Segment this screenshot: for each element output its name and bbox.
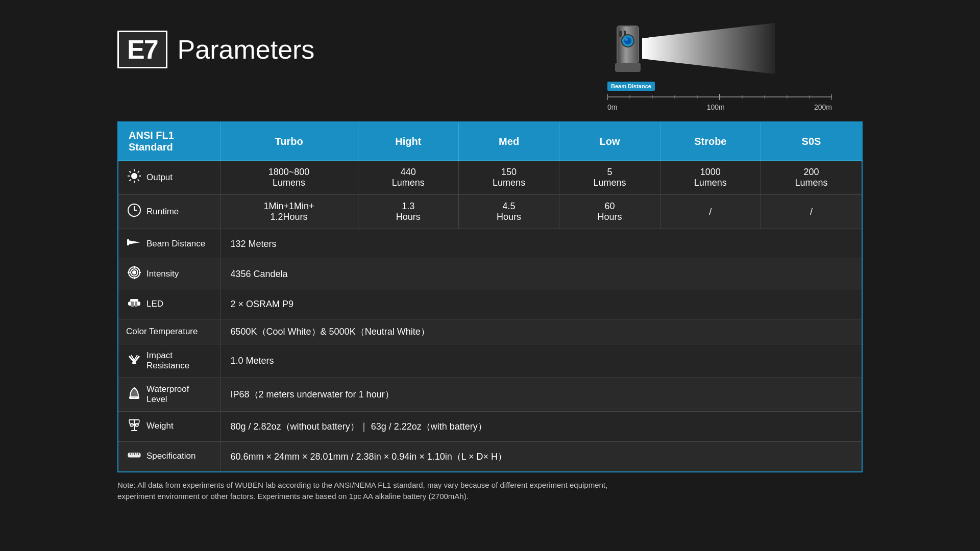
beam-badge: Beam Distance	[607, 82, 655, 91]
beam-icon	[126, 235, 142, 253]
output-hight: 440 Lumens	[358, 161, 458, 195]
e7-logo: E7	[117, 31, 167, 68]
svg-rect-48	[130, 397, 139, 398]
table-row: LED 2 × OSRAM P9	[118, 289, 862, 319]
color-temp-text: Color Temperature	[126, 327, 198, 337]
col-header-med: Med	[458, 122, 559, 161]
col-header-sos: S0S	[761, 122, 862, 161]
output-turbo: 1800~800 Lumens	[220, 161, 358, 195]
params-table: ANSI FL1 Standard Turbo Hight Med Low St…	[117, 121, 863, 472]
led-value: 2 × OSRAM P9	[220, 289, 862, 319]
ruler-icon	[126, 448, 142, 465]
col-header-turbo: Turbo	[220, 122, 358, 161]
svg-rect-6	[619, 31, 622, 37]
svg-rect-53	[131, 430, 137, 431]
color-temp-value: 6500K（Cool White）& 5000K（Neutral White）	[220, 319, 862, 344]
col-header-standard: ANSI FL1 Standard	[118, 122, 220, 161]
note-section: Note: All data from experiments of WUBEN…	[117, 480, 628, 503]
svg-line-29	[130, 180, 131, 181]
table-row: Weight 80g / 2.82oz（without battery）｜ 63…	[118, 411, 862, 441]
header-section: E7 Parameters	[117, 15, 863, 111]
ruler-tick-0m: 0m	[607, 103, 617, 111]
intensity-text: Intensity	[146, 269, 179, 279]
row-led-label: LED	[118, 289, 220, 319]
beam-text: Beam Distance	[146, 239, 205, 249]
col-header-hight: Hight	[358, 122, 458, 161]
col-header-strobe: Strobe	[660, 122, 761, 161]
table-row: Intensity 4356 Candela	[118, 259, 862, 289]
row-output-label: Output	[118, 161, 220, 195]
output-low: 5 Lumens	[559, 161, 660, 195]
weight-value: 80g / 2.82oz（without battery）｜ 63g / 2.2…	[220, 411, 862, 441]
ruler-tick-200m: 200m	[814, 103, 832, 111]
impact-text: Impact Resistance	[146, 350, 212, 371]
row-waterproof-label: Waterproof Level	[118, 378, 220, 411]
beam-visual: Beam Distance	[607, 15, 863, 111]
svg-point-5	[625, 38, 628, 41]
runtime-sos: /	[761, 195, 862, 229]
led-text: LED	[146, 299, 163, 309]
svg-point-21	[131, 173, 137, 179]
note-text: Note: All data from experiments of WUBEN…	[117, 480, 628, 503]
waterproof-value: IP68（2 meters underwater for 1 hour）	[220, 378, 862, 411]
svg-point-37	[133, 271, 136, 274]
svg-line-27	[138, 180, 139, 181]
ruler-line-container	[607, 92, 863, 102]
runtime-hight: 1.3 Hours	[358, 195, 458, 229]
row-spec-label: Specification	[118, 441, 220, 472]
table-row: Beam Distance 132 Meters	[118, 229, 862, 259]
spec-value: 60.6mm × 24mm × 28.01mm / 2.38in × 0.94i…	[220, 441, 862, 472]
table-row: Runtime 1Min+1Min+ 1.2Hours 1.3 Hours 4.…	[118, 195, 862, 229]
table-row: Impact Resistance 1.0 Meters	[118, 344, 862, 378]
table-row: Waterproof Level IP68（2 meters underwate…	[118, 378, 862, 411]
runtime-med: 4.5 Hours	[458, 195, 559, 229]
svg-line-28	[138, 171, 139, 173]
row-runtime-label: Runtime	[118, 195, 220, 229]
beam-distance-ruler: Beam Distance	[607, 82, 863, 111]
row-impact-label: Impact Resistance	[118, 344, 220, 378]
impact-icon	[126, 352, 142, 369]
row-intensity-label: Intensity	[118, 259, 220, 289]
col-header-low: Low	[559, 122, 660, 161]
flashlight-icon	[612, 23, 643, 74]
page-title: Parameters	[178, 34, 315, 65]
weight-text: Weight	[146, 421, 174, 431]
scale-icon	[126, 418, 142, 435]
beam-image-area	[607, 15, 863, 82]
clock-icon	[126, 203, 142, 220]
title-area: E7 Parameters	[117, 15, 314, 68]
row-beam-label: Beam Distance	[118, 229, 220, 259]
runtime-strobe: /	[660, 195, 761, 229]
svg-rect-34	[127, 239, 129, 245]
led-icon	[126, 295, 142, 313]
table-row: Color Temperature 6500K（Cool White）& 500…	[118, 319, 862, 344]
main-container: E7 Parameters	[0, 0, 980, 551]
svg-rect-7	[624, 31, 626, 35]
spec-text: Specification	[146, 451, 195, 461]
waterproof-icon	[126, 386, 142, 403]
target-icon	[126, 265, 142, 283]
sun-icon	[126, 169, 142, 186]
beam-label-row: Beam Distance	[607, 82, 863, 91]
row-color-temp-label: Color Temperature	[118, 319, 220, 344]
runtime-turbo: 1Min+1Min+ 1.2Hours	[220, 195, 358, 229]
svg-marker-33	[128, 240, 140, 244]
runtime-text: Runtime	[146, 207, 179, 217]
table-row: Output 1800~800 Lumens 440 Lumens 150 Lu…	[118, 161, 862, 195]
beam-value: 132 Meters	[220, 229, 862, 259]
ruler-svg	[607, 92, 832, 102]
svg-rect-2	[615, 63, 641, 72]
row-weight-label: Weight	[118, 411, 220, 441]
table-row: Specification 60.6mm × 24mm × 28.01mm / …	[118, 441, 862, 472]
svg-rect-42	[128, 302, 140, 306]
output-med: 150 Lumens	[458, 161, 559, 195]
intensity-value: 4356 Candela	[220, 259, 862, 289]
beam-cone-icon	[642, 23, 775, 74]
output-strobe: 1000 Lumens	[660, 161, 761, 195]
ruler-tick-100m: 100m	[707, 103, 725, 111]
svg-marker-8	[642, 23, 775, 74]
svg-rect-45	[130, 299, 138, 302]
svg-rect-46	[132, 362, 136, 364]
ruler-ticks: 0m 100m 200m	[607, 102, 832, 111]
runtime-low: 60 Hours	[559, 195, 660, 229]
